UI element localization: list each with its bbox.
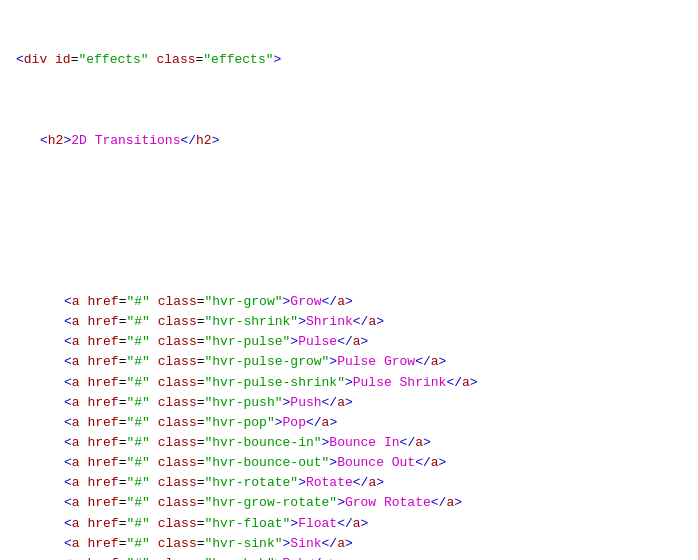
link-item[interactable]: <a href="#" class="hvr-pulse-shrink">Pul… xyxy=(16,373,682,393)
link-item[interactable]: <a href="#" class="hvr-pop">Pop</a> xyxy=(16,413,682,433)
h2-2d-label: 2D Transitions xyxy=(71,133,180,148)
links-list: <a href="#" class="hvr-grow">Grow</a><a … xyxy=(16,292,682,560)
h2-2d-open: <h2>2D Transitions</h2> xyxy=(16,131,682,151)
link-item[interactable]: <a href="#" class="hvr-float">Float</a> xyxy=(16,514,682,534)
link-item[interactable]: <a href="#" class="hvr-push">Push</a> xyxy=(16,393,682,413)
link-item[interactable]: <a href="#" class="hvr-grow">Grow</a> xyxy=(16,292,682,312)
link-item[interactable]: <a href="#" class="hvr-rotate">Rotate</a… xyxy=(16,473,682,493)
link-item[interactable]: <a href="#" class="hvr-bob">Bob</a> xyxy=(16,554,682,560)
code-container: <div id="effects" class="effects"> <h2>2… xyxy=(16,10,682,560)
link-item[interactable]: <a href="#" class="hvr-pulse-grow">Pulse… xyxy=(16,352,682,372)
link-item[interactable]: <a href="#" class="hvr-grow-rotate">Grow… xyxy=(16,493,682,513)
link-item[interactable]: <a href="#" class="hvr-bounce-out">Bounc… xyxy=(16,453,682,473)
outer-div-open: <div id="effects" class="effects"> xyxy=(16,50,682,70)
link-item[interactable]: <a href="#" class="hvr-sink">Sink</a> xyxy=(16,534,682,554)
link-item[interactable]: <a href="#" class="hvr-bounce-in">Bounce… xyxy=(16,433,682,453)
link-item[interactable]: <a href="#" class="hvr-shrink">Shrink</a… xyxy=(16,312,682,332)
spacer-1 xyxy=(16,211,682,231)
link-item[interactable]: <a href="#" class="hvr-pulse">Pulse</a> xyxy=(16,332,682,352)
